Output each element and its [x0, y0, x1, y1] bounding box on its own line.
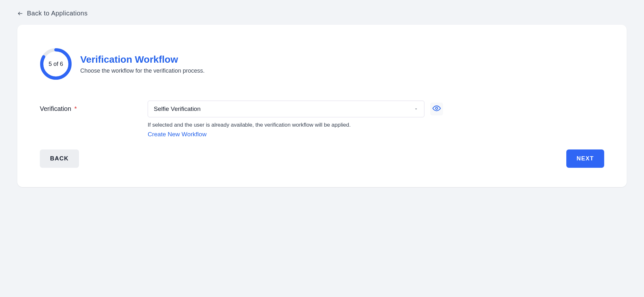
progress-ring: 5 of 6 — [40, 48, 72, 80]
arrow-left-icon — [17, 11, 23, 16]
verification-label: Verification * — [40, 101, 148, 113]
back-link-label: Back to Applications — [27, 10, 88, 17]
back-to-applications-link[interactable]: Back to Applications — [0, 0, 88, 25]
page-subtitle: Choose the workflow for the verification… — [80, 68, 205, 74]
actions-row: BACK NEXT — [40, 149, 604, 168]
verification-control-col: Selfie Verification — [148, 101, 443, 138]
back-button[interactable]: BACK — [40, 149, 79, 168]
chevron-down-icon — [414, 107, 418, 111]
create-new-workflow-link[interactable]: Create New Workflow — [148, 131, 206, 138]
svg-point-3 — [436, 107, 438, 110]
title-block: Verification Workflow Choose the workflo… — [80, 54, 205, 74]
card-header: 5 of 6 Verification Workflow Choose the … — [40, 48, 604, 80]
verification-label-text: Verification — [40, 105, 71, 112]
verification-helper-text: If selected and the user is already avai… — [148, 122, 443, 128]
progress-label: 5 of 6 — [48, 61, 63, 68]
page-title: Verification Workflow — [80, 54, 205, 65]
next-button[interactable]: NEXT — [566, 149, 604, 168]
preview-button[interactable] — [430, 103, 443, 115]
verification-field-row: Verification * Selfie Verification — [40, 101, 604, 138]
workflow-card: 5 of 6 Verification Workflow Choose the … — [17, 25, 627, 187]
required-asterisk: * — [74, 105, 77, 112]
verification-select-value: Selfie Verification — [154, 105, 201, 113]
verification-select[interactable]: Selfie Verification — [148, 101, 424, 117]
eye-icon — [432, 104, 441, 114]
